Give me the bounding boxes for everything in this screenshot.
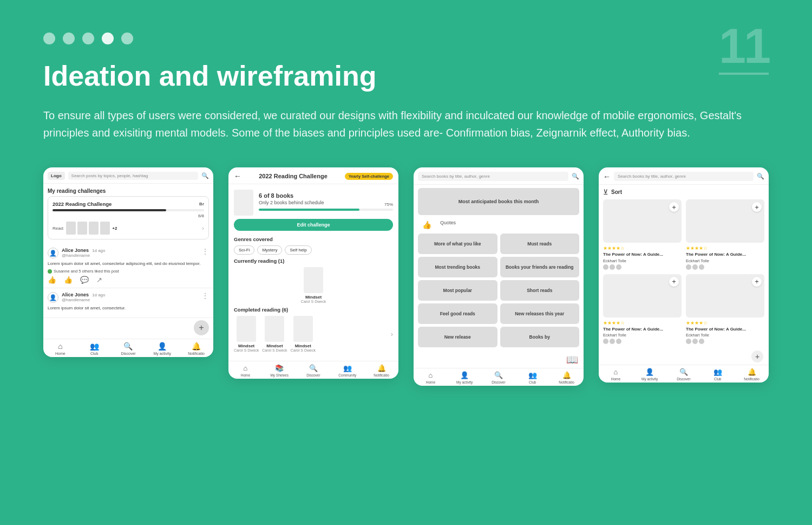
p1-post-time-2: 1d ago bbox=[92, 293, 105, 297]
p1-nav-activity[interactable]: 👤 My activity bbox=[145, 342, 179, 355]
p4-add-btn-3[interactable]: + bbox=[752, 277, 762, 287]
p3-nav-activity[interactable]: 👤 My activity bbox=[448, 371, 482, 384]
dot-5[interactable] bbox=[121, 33, 133, 44]
p3-cell-2[interactable]: Most trending books bbox=[418, 257, 497, 277]
genre-selfhelp[interactable]: Self help bbox=[285, 245, 311, 255]
p2-books-sub: Only 2 books behind schedule bbox=[259, 200, 393, 205]
p4-nav-club[interactable]: 👥 Club bbox=[700, 368, 735, 381]
p2-nav-shelves[interactable]: 📚 My Shelves bbox=[263, 364, 297, 377]
p3-search-bar[interactable]: Search books by title, author, genre bbox=[418, 172, 568, 181]
p3-nav-notif[interactable]: 🔔 Notificatio bbox=[549, 371, 584, 384]
p4-nav-notif[interactable]: 🔔 Notificatio bbox=[735, 368, 769, 381]
dot-3[interactable] bbox=[82, 33, 94, 44]
p2-nav-notif[interactable]: 🔔 Notificatio bbox=[364, 364, 398, 377]
p3-cell-9[interactable]: Books by bbox=[500, 327, 580, 347]
p4-back-icon[interactable]: ← bbox=[603, 172, 611, 181]
p1-arrow-icon[interactable]: › bbox=[202, 225, 204, 231]
completed-arrow-icon[interactable]: › bbox=[391, 330, 393, 338]
p3-cell-5[interactable]: Short reads bbox=[500, 280, 580, 301]
p2-prog-pct: 75% bbox=[384, 202, 393, 207]
p4-title-1: The Power of Now: A Guide... bbox=[686, 252, 764, 257]
p4-search-bar[interactable]: Search books by title, author, genre bbox=[614, 172, 754, 181]
p1-nav-home[interactable]: ⌂ Home bbox=[43, 342, 77, 355]
p2-genres-label: Genres covered bbox=[234, 236, 393, 242]
p2-nav-community[interactable]: 👥 Community bbox=[330, 364, 364, 377]
p1-nav-club[interactable]: 👥 Club bbox=[77, 342, 112, 355]
p3-cell-7[interactable]: New releases this year bbox=[500, 303, 580, 324]
p1-nav-notifications[interactable]: 🔔 Notificatio bbox=[179, 342, 213, 355]
genre-mystery[interactable]: Mystery bbox=[257, 245, 282, 255]
p3-nav-home[interactable]: ⌂ Home bbox=[414, 371, 448, 384]
p1-post-actions-1: 👍 👍 💬 ↗ bbox=[48, 276, 209, 284]
p2-back-icon[interactable]: ← bbox=[234, 172, 241, 180]
genre-scifi[interactable]: Sci-Fi bbox=[234, 245, 254, 255]
p3-nav-club[interactable]: 👥 Club bbox=[515, 371, 549, 384]
p4-header: ← Search books by title, author, genre 🔍 bbox=[599, 167, 769, 185]
p2-nav-home[interactable]: ⌂ Home bbox=[228, 364, 263, 377]
p1-search-bar[interactable]: Search posts by topics, people, hashtag bbox=[68, 172, 198, 180]
p4-search-icon[interactable]: 🔍 bbox=[757, 173, 764, 180]
p4-nav-activity[interactable]: 👤 My activity bbox=[633, 368, 667, 381]
p3-search-icon[interactable]: 🔍 bbox=[572, 173, 579, 180]
p2-nav-discover[interactable]: 🔍 Discover bbox=[297, 364, 331, 377]
p1-post-time-1: 1d ago bbox=[92, 248, 105, 253]
p4-notif-icon: 🔔 bbox=[748, 368, 756, 376]
p4-add-btn-1[interactable]: + bbox=[752, 202, 762, 212]
p1-progress-fill bbox=[53, 209, 166, 211]
comp-cover-1 bbox=[237, 316, 256, 342]
more-icon-2[interactable]: ⋮ bbox=[201, 292, 209, 300]
share-icon-1[interactable]: ↗ bbox=[96, 276, 102, 284]
filter-icon[interactable]: ⊻ bbox=[603, 188, 608, 196]
dot-1[interactable] bbox=[43, 33, 55, 44]
p3-cell-3[interactable]: Books your friends are reading bbox=[500, 257, 580, 277]
p4-plus-row: + bbox=[599, 348, 769, 365]
p3-cell-1[interactable]: Must reads bbox=[500, 234, 580, 254]
dot-4[interactable] bbox=[102, 33, 114, 44]
p4-title-2: The Power of Now: A Guide... bbox=[603, 327, 682, 332]
p3-cell-6[interactable]: Feel good reads bbox=[418, 303, 497, 324]
p2-prog-track: 75% bbox=[259, 209, 393, 211]
like2-icon-1[interactable]: 👍 bbox=[64, 276, 73, 284]
p4-sort-row: ⊻ Sort bbox=[599, 185, 769, 199]
p4-home-icon: ⌂ bbox=[613, 368, 618, 376]
wireframes-row: Logo Search posts by topics, people, has… bbox=[43, 167, 769, 386]
thumb-icon: 👍 bbox=[418, 219, 436, 230]
p2-current-book-title: Mindset bbox=[305, 295, 322, 300]
comp-title-3: Mindset bbox=[295, 343, 311, 348]
comment-icon-1[interactable]: 💬 bbox=[80, 276, 89, 284]
p4-plus-btn[interactable]: + bbox=[751, 351, 763, 362]
p2-header: ← 2022 Reading Challenge Yearly Self-cha… bbox=[228, 167, 398, 184]
p3-nav-discover[interactable]: 🔍 Discover bbox=[482, 371, 516, 384]
p3-cell-0[interactable]: More of what you like bbox=[418, 234, 497, 254]
p3-cell-8[interactable]: New release bbox=[418, 327, 497, 347]
p2-prog-fill bbox=[259, 209, 359, 211]
p1-fab[interactable]: + bbox=[194, 320, 209, 335]
search-icon[interactable]: 🔍 bbox=[201, 172, 209, 179]
p1-mini-books bbox=[66, 222, 110, 235]
p4-avatars-2 bbox=[603, 339, 682, 344]
p1-challenge-name: 2022 Reading Challenge bbox=[53, 201, 112, 207]
p2-genres-section: Genres covered Sci-Fi Mystery Self help bbox=[228, 236, 398, 258]
read-icon[interactable]: 📖 bbox=[566, 354, 578, 366]
more-icon-1[interactable]: ⋮ bbox=[201, 248, 209, 255]
p4-add-btn-2[interactable]: + bbox=[669, 277, 679, 287]
p1-post-2: 👤 Alice Jones 1d ago @handlename ⋮ Lorem… bbox=[43, 288, 213, 317]
p4-author-1: Eckhart Tolle bbox=[686, 258, 764, 263]
p1-header: Logo Search posts by topics, people, has… bbox=[43, 167, 213, 184]
p1-post-text-1: Lorem ipsum dolor sit amet, consectetur … bbox=[48, 261, 209, 267]
p2-comp-book-2: Mindset Carol S Dweck bbox=[262, 316, 287, 352]
dot-2[interactable] bbox=[63, 33, 75, 44]
p1-nav-discover[interactable]: 🔍 Discover bbox=[112, 342, 146, 355]
p1-post-2-header: 👤 Alice Jones 1d ago @handlename ⋮ bbox=[48, 292, 209, 303]
p4-add-btn-0[interactable]: + bbox=[669, 202, 679, 212]
p4-nav-discover[interactable]: 🔍 Discover bbox=[667, 368, 701, 381]
p3-nav-bar: ⌂ Home 👤 My activity 🔍 Discover 👥 Club 🔔 bbox=[414, 368, 584, 386]
p4-stars-2: ★★★★☆ bbox=[603, 320, 682, 326]
p4-nav-home[interactable]: ⌂ Home bbox=[599, 368, 633, 381]
like-icon-1[interactable]: 👍 bbox=[48, 276, 56, 284]
p2-edit-btn[interactable]: Edit challenge bbox=[234, 219, 393, 231]
comp-cover-2 bbox=[265, 316, 284, 342]
p3-cell-4[interactable]: Most popular bbox=[418, 280, 497, 301]
p4-sort-label: Sort bbox=[611, 189, 622, 195]
p1-section-title: My reading challenges bbox=[43, 184, 213, 196]
